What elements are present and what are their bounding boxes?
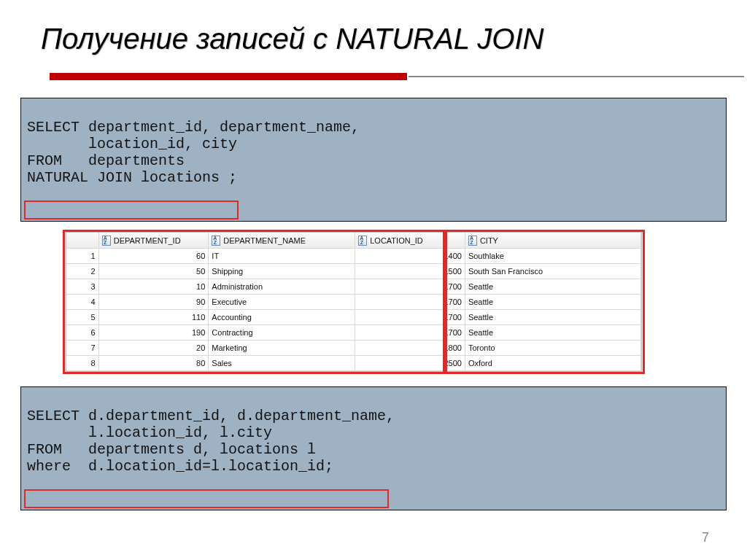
cell-rownum: 3: [66, 279, 98, 294]
cell-loc-id: 1800: [355, 340, 465, 355]
sql1-line3: FROM departments: [27, 152, 185, 169]
table-row: 720Marketing1800Toronto: [66, 340, 641, 355]
sql1-line4: NATURAL JOIN locations ;: [27, 169, 237, 186]
result-table-wrap: DEPARTMENT_ID DEPARTMENT_NAME LOCATION_I…: [66, 232, 642, 372]
cell-loc-id: 1700: [355, 324, 465, 340]
result-table: DEPARTMENT_ID DEPARTMENT_NAME LOCATION_I…: [66, 233, 641, 371]
cell-loc-id: 1400: [355, 248, 465, 263]
header-city: CITY: [480, 236, 498, 245]
sort-icon: [102, 236, 111, 246]
title-underline: [20, 73, 727, 83]
table-header-row: DEPARTMENT_ID DEPARTMENT_NAME LOCATION_I…: [66, 233, 641, 248]
cell-city: Southlake: [465, 248, 640, 263]
cell-dept-name: IT: [209, 248, 355, 263]
cell-rownum: 5: [66, 309, 98, 324]
cell-dept-name: Administration: [209, 279, 355, 294]
sort-icon: [468, 236, 477, 246]
cell-dept-id: 190: [98, 324, 209, 340]
cell-city: South San Francisco: [465, 263, 640, 279]
sort-icon: [212, 236, 220, 246]
cell-loc-id: 1700: [355, 279, 465, 294]
cell-dept-id: 50: [98, 263, 209, 279]
sql2-line2: l.location_id, l.city: [27, 424, 272, 441]
cell-rownum: 1: [66, 248, 98, 263]
table-row: 310Administration1700Seattle: [66, 279, 641, 294]
cell-dept-name: Contracting: [209, 324, 355, 340]
table-row: 880Sales2500Oxford: [66, 355, 641, 370]
cell-city: Seattle: [465, 294, 640, 309]
cell-loc-id: 2500: [355, 355, 465, 370]
cell-dept-id: 20: [98, 340, 209, 355]
sort-icon: [358, 236, 367, 246]
cell-loc-id: 1700: [355, 294, 465, 309]
cell-rownum: 4: [66, 294, 98, 309]
table-row: 160IT1400Southlake: [66, 248, 641, 263]
cell-loc-id: 1700: [355, 309, 465, 324]
sql2-line4: where d.location_id=l.location_id;: [27, 458, 333, 475]
header-dept-name: DEPARTMENT_NAME: [223, 236, 306, 245]
cell-rownum: 7: [66, 340, 98, 355]
highlight-where-clause: [24, 489, 389, 508]
cell-dept-name: Sales: [209, 355, 355, 370]
page-number: 7: [702, 530, 709, 545]
slide-title: Получение записей с NATURAL JOIN: [41, 22, 727, 55]
cell-dept-name: Accounting: [209, 309, 355, 324]
cell-rownum: 2: [66, 263, 98, 279]
cell-dept-id: 110: [98, 309, 209, 324]
cell-dept-id: 90: [98, 294, 209, 309]
table-row: 490Executive1700Seattle: [66, 294, 641, 309]
cell-city: Toronto: [465, 340, 640, 355]
table-row: 250Shipping1500South San Francisco: [66, 263, 641, 279]
cell-city: Oxford: [465, 355, 640, 370]
cell-loc-id: 1500: [355, 263, 465, 279]
header-dept-id: DEPARTMENT_ID: [114, 236, 181, 245]
cell-dept-id: 80: [98, 355, 209, 370]
cell-city: Seattle: [465, 324, 640, 340]
cell-rownum: 6: [66, 324, 98, 340]
cell-dept-name: Marketing: [209, 340, 355, 355]
cell-rownum: 8: [66, 355, 98, 370]
sql-box-1: SELECT department_id, department_name, l…: [20, 98, 727, 222]
cell-dept-id: 60: [98, 248, 209, 263]
sql2-line3: FROM departments d, locations l: [27, 441, 316, 458]
highlight-natural-join: [24, 201, 239, 219]
sql1-line2: location_id, city: [27, 136, 237, 152]
sql1-line1: SELECT department_id, department_name,: [27, 119, 360, 136]
cell-dept-name: Executive: [209, 294, 355, 309]
header-loc-id: LOCATION_ID: [370, 236, 423, 245]
table-row: 5110Accounting1700Seattle: [66, 309, 641, 324]
sql2-line1: SELECT d.department_id, d.department_nam…: [27, 408, 395, 424]
sql-box-2: SELECT d.department_id, d.department_nam…: [20, 386, 727, 510]
table-row: 6190Contracting1700Seattle: [66, 324, 641, 340]
cell-city: Seattle: [465, 279, 640, 294]
cell-city: Seattle: [465, 309, 640, 324]
cell-dept-id: 10: [98, 279, 209, 294]
cell-dept-name: Shipping: [209, 263, 355, 279]
